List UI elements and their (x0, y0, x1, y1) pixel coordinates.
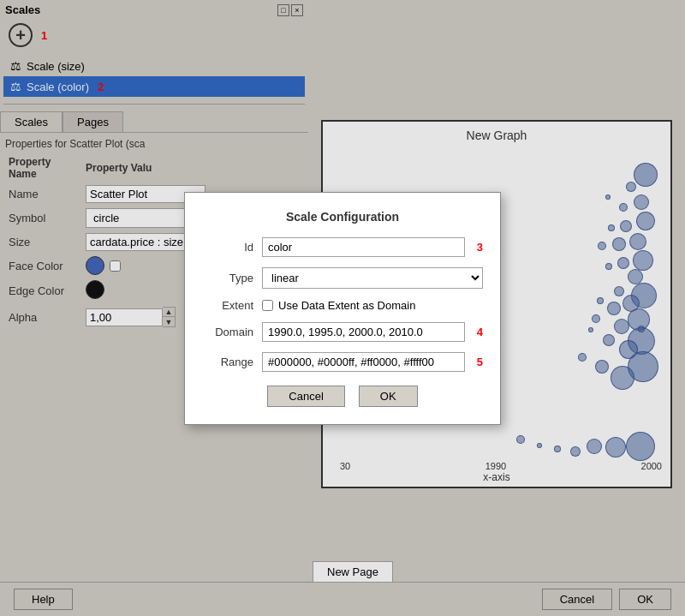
modal-cancel-button[interactable]: Cancel (267, 386, 344, 407)
modal-domain-input[interactable] (262, 322, 465, 342)
modal-domain-row: Domain 4 (202, 322, 483, 342)
modal-domain-number: 4 (477, 326, 483, 338)
modal-id-number: 3 (477, 241, 483, 254)
extent-text: Use Data Extent as Domain (278, 299, 415, 312)
modal-id-input[interactable] (262, 237, 465, 257)
modal-extent-row: Extent Use Data Extent as Domain (202, 299, 483, 312)
main-window: Scales □ × + 1 ⚖ Scale (size) ⚖ Scale (c… (0, 0, 685, 616)
modal-ok-button[interactable]: OK (359, 386, 418, 407)
modal-range-label: Range (202, 356, 253, 368)
modal-range-row: Range 5 (202, 352, 483, 372)
scale-config-modal: Scale Configuration Id 3 Type linear log… (184, 192, 501, 425)
modal-id-row: Id 3 (202, 237, 483, 257)
modal-extent-checkbox-row: Use Data Extent as Domain (262, 299, 483, 312)
modal-id-label: Id (202, 241, 253, 254)
modal-type-select[interactable]: linear log sqrt (262, 267, 483, 289)
modal-buttons: Cancel OK (202, 386, 483, 407)
modal-type-row: Type linear log sqrt (202, 267, 483, 289)
modal-title: Scale Configuration (202, 210, 483, 224)
modal-extent-label: Extent (202, 299, 253, 312)
modal-overlay: Scale Configuration Id 3 Type linear log… (0, 0, 685, 616)
modal-range-number: 5 (477, 356, 483, 368)
extent-checkbox[interactable] (262, 300, 273, 311)
modal-range-input[interactable] (262, 352, 465, 372)
modal-type-label: Type (202, 272, 253, 284)
modal-domain-label: Domain (202, 326, 253, 338)
